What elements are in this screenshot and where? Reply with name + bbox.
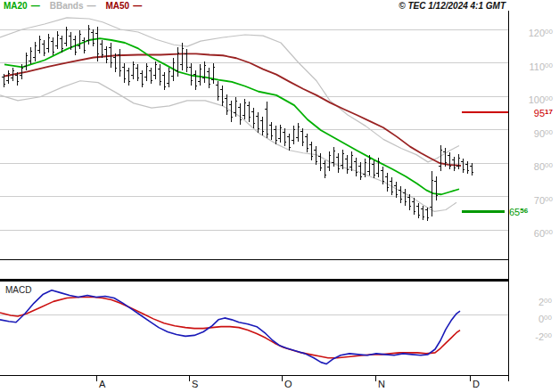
price-tick-label: 9000 [490,127,553,138]
price-tick-label: 6000 [490,227,553,238]
price-tick-label: 11000 [490,61,553,71]
time-axis-label: A [99,379,105,389]
macd-tick-label: 200 [489,296,552,306]
price-tick-label: 7000 [490,194,553,205]
time-axis-label: D [473,379,480,389]
chart-canvas [0,0,559,392]
macd-tick-label: 000 [489,313,552,323]
price-tick-label: 8000 [490,160,553,171]
macd-panel-label: MACD [5,285,31,295]
price-marker-label: 6556 [509,206,528,216]
time-axis-label: O [284,379,292,389]
time-axis-label: N [378,379,385,389]
price-marker-label: 9517 [490,107,553,118]
stock-chart-window: MA20—BBands—MA50— © TEC 1/12/2024 4:1 GM… [0,0,559,392]
price-tick-label: 12000 [490,27,553,37]
macd-tick-label: -200 [489,331,552,341]
time-axis-label: S [192,379,198,389]
price-tick-label: 10000 [490,94,553,104]
